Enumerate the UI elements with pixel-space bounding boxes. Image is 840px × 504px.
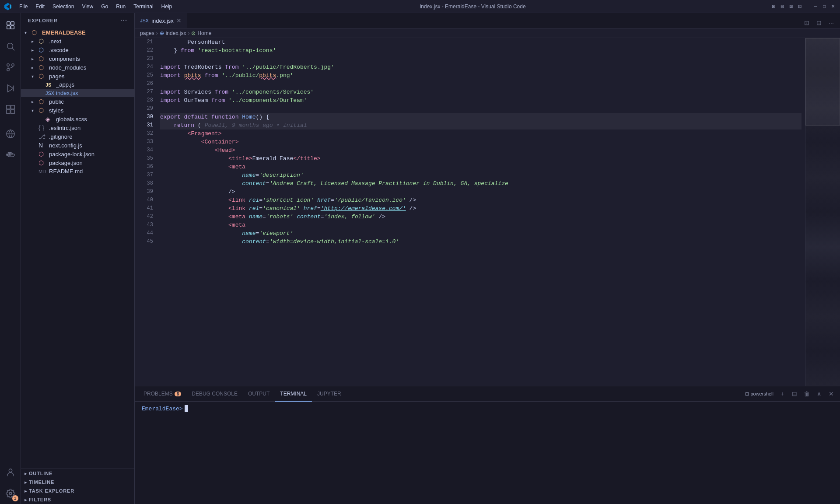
tree-vscode[interactable]: ▸ ⬡ .vscode (21, 46, 134, 54)
add-terminal-button[interactable]: + (777, 388, 788, 399)
tree-eslintrc[interactable]: { } .eslintrc.json (21, 123, 134, 132)
split-editor-button[interactable]: ⊡ (802, 18, 812, 28)
tree-readme[interactable]: MD README.md (21, 167, 134, 175)
tree-index-jsx[interactable]: JSX index.jsx (21, 89, 134, 97)
tab-close-button[interactable]: ✕ (176, 17, 182, 24)
tree-public[interactable]: ▸ ⬡ public (21, 97, 134, 106)
svg-rect-19 (8, 153, 9, 154)
layout3-button[interactable]: ⊠ (788, 3, 794, 10)
tree-next[interactable]: ▸ ⬡ .next (21, 37, 134, 46)
minimap (805, 38, 840, 386)
menu-edit[interactable]: Edit (32, 3, 48, 10)
activity-extensions[interactable] (0, 99, 21, 120)
code-editor[interactable]: 21 22 23 24 25 26 27 28 29 30 31 32 33 3… (135, 38, 805, 386)
sidebar-outline[interactable]: ▸ OUTLINE (21, 469, 134, 478)
sidebar-task-explorer[interactable]: ▸ TASK EXPLORER (21, 486, 134, 495)
tree-emeraldease[interactable]: ▾ ⬡ EMERALDEASE (21, 28, 134, 37)
code-line-38: content='Andrea Craft, Licensed Massage … (160, 179, 802, 188)
tree-next-config[interactable]: N next.config.js (21, 141, 134, 150)
svg-rect-3 (10, 26, 14, 29)
tree-components[interactable]: ▸ ⬡ components (21, 54, 134, 63)
layout4-button[interactable]: ⊡ (796, 3, 803, 10)
minimap-viewport[interactable] (805, 38, 840, 126)
breadcrumb-file[interactable]: index.jsx (166, 30, 186, 36)
kill-terminal-button[interactable]: 🗑 (802, 388, 812, 399)
code-line-33: <Container> (160, 138, 802, 146)
menu-selection[interactable]: Selection (49, 3, 77, 10)
editor-area: JSX index.jsx ✕ ⊡ ⊟ ··· pages › ⊕ index.… (135, 13, 840, 504)
terminal-prompt: EmeraldEase> (142, 405, 833, 412)
minimize-button[interactable]: ─ (812, 3, 819, 10)
activity-search[interactable] (0, 36, 21, 57)
panel-tab-debug[interactable]: DEBUG CONSOLE (186, 386, 243, 402)
breadcrumb-symbol[interactable]: Home (197, 30, 211, 36)
layout2-button[interactable]: ⊟ (779, 3, 786, 10)
tab-index-jsx[interactable]: JSX index.jsx ✕ (135, 13, 187, 28)
tree-styles[interactable]: ▾ ⬡ styles (21, 106, 134, 115)
terminal-content[interactable]: EmeraldEase> (135, 402, 840, 504)
sidebar-timeline[interactable]: ▸ TIMELINE (21, 478, 134, 486)
code-line-40: <link rel='shortcut icon' href='/public/… (160, 196, 802, 204)
more-actions-button[interactable]: ··· (826, 18, 836, 28)
sidebar-panels: ▸ OUTLINE ▸ TIMELINE ▸ TASK EXPLORER ▸ F… (21, 469, 134, 504)
tree-pages[interactable]: ▾ ⬡ pages (21, 72, 134, 80)
window-title: index.jsx - EmeraldEase - Visual Studio … (175, 4, 770, 10)
settings-badge: 1 (12, 495, 18, 501)
menu-terminal[interactable]: Terminal (130, 3, 157, 10)
panel-actions: ⊞ powershell + ⊟ 🗑 ∧ ✕ (745, 388, 836, 399)
code-line-23 (160, 55, 802, 63)
code-content[interactable]: PersonHeart } from 'react-bootstrap-icon… (157, 38, 805, 386)
sidebar-header: EXPLORER ··· (21, 13, 134, 28)
tree-app-js[interactable]: JS _app.js (21, 80, 134, 89)
menu-file[interactable]: File (16, 3, 31, 10)
code-line-36: <meta (160, 163, 802, 171)
activity-settings[interactable]: 1 (0, 483, 21, 504)
code-line-43: <meta (160, 221, 802, 229)
breadcrumb-file-icon: ⊕ (160, 30, 164, 36)
breadcrumb-pages[interactable]: pages (140, 30, 154, 36)
main-layout: 1 EXPLORER ··· ▾ ⬡ EMERALDEASE ▸ ⬡ .next… (0, 13, 840, 504)
panel-tab-terminal[interactable]: TERMINAL (275, 386, 312, 402)
svg-rect-12 (6, 105, 10, 109)
activity-remote[interactable] (0, 123, 21, 144)
terminal-dir: EmeraldEase> (142, 406, 183, 412)
terminal-split-button[interactable]: ⊟ (789, 388, 800, 399)
layout-button[interactable]: ⊞ (770, 3, 777, 10)
activity-account[interactable] (0, 462, 21, 483)
panel-tab-problems[interactable]: PROBLEMS 6 (138, 386, 186, 402)
panel-maximize-button[interactable]: ∧ (814, 388, 824, 399)
panel-tab-jupyter[interactable]: JUPYTER (312, 386, 346, 402)
tree-package[interactable]: ⬡ package.json (21, 158, 134, 167)
sidebar-more-button[interactable]: ··· (120, 17, 127, 24)
tree-globals-scss[interactable]: ◈ globals.scss (21, 115, 134, 123)
tab-label: index.jsx (151, 18, 174, 24)
svg-rect-13 (10, 105, 14, 109)
maximize-button[interactable]: □ (821, 3, 828, 10)
sidebar-filters[interactable]: ▸ FILTERS (21, 495, 134, 504)
panel-tab-output[interactable]: OUTPUT (243, 386, 275, 402)
code-line-27: import Services from '../components/Serv… (160, 88, 802, 96)
terminal-cursor (185, 405, 188, 412)
close-button[interactable]: ✕ (830, 3, 836, 10)
menu-help[interactable]: Help (158, 3, 176, 10)
code-line-35: <title>Emerald Ease</title> (160, 154, 802, 163)
window-controls: ⊞ ⊟ ⊠ ⊡ ─ □ ✕ (770, 3, 836, 10)
activity-docker[interactable] (0, 144, 21, 165)
activity-run[interactable] (0, 78, 21, 99)
menu-view[interactable]: View (78, 3, 97, 10)
tree-gitignore[interactable]: ⎇ .gitignore (21, 132, 134, 141)
activity-source-control[interactable] (0, 57, 21, 78)
tree-package-lock[interactable]: ⬡ package-lock.json (21, 150, 134, 158)
svg-rect-20 (10, 153, 11, 154)
editor-layout-button[interactable]: ⊟ (814, 18, 824, 28)
panel-tabs: PROBLEMS 6 DEBUG CONSOLE OUTPUT TERMINAL… (135, 386, 840, 402)
menu-go[interactable]: Go (98, 3, 112, 10)
sidebar: EXPLORER ··· ▾ ⬡ EMERALDEASE ▸ ⬡ .next ▸… (21, 13, 135, 504)
tree-node-modules[interactable]: ▸ ⬡ node_modules (21, 63, 134, 72)
activity-explorer[interactable] (0, 15, 21, 36)
svg-point-6 (7, 64, 9, 66)
panel-close-button[interactable]: ✕ (826, 388, 836, 399)
svg-point-7 (11, 64, 14, 66)
menu-run[interactable]: Run (112, 3, 129, 10)
code-line-30: export default function Home() { (160, 113, 802, 121)
